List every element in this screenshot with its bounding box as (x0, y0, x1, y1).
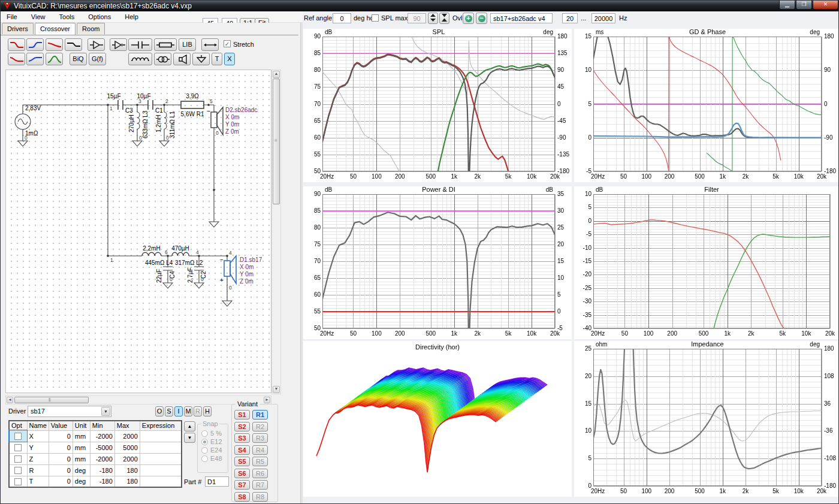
wire-button[interactable] (201, 38, 219, 51)
ground-button[interactable] (192, 53, 210, 65)
cell-value[interactable]: 0 (49, 442, 73, 453)
variant-recall-r8[interactable]: R8 (252, 492, 268, 502)
menu-tools[interactable]: Tools (53, 11, 81, 22)
spl-max-spinner[interactable] (428, 13, 438, 24)
menu-options[interactable]: Options (82, 11, 117, 22)
horizontal-scroll-thumb[interactable]: ⦀ (14, 397, 89, 403)
buffer-block-button[interactable] (87, 38, 105, 51)
mode-button-i[interactable]: I (174, 406, 183, 417)
cell-name[interactable]: R (27, 464, 49, 476)
table-row[interactable]: X0mm-20002000 (9, 430, 182, 442)
scroll-right-icon[interactable]: ► (264, 397, 270, 403)
vertical-scroll-thumb[interactable]: ≡ (273, 79, 280, 204)
variant-save-s4[interactable]: S4 (234, 445, 250, 455)
schematic-vertical-scrollbar[interactable]: ▲ ▼ ≡ (271, 70, 281, 394)
cell-max[interactable]: 2000 (114, 430, 140, 442)
library-button[interactable]: LIB (179, 38, 196, 51)
cell-min[interactable]: -2000 (90, 453, 114, 464)
opamp-block-button[interactable] (110, 38, 127, 51)
optimize-checkbox[interactable] (14, 444, 22, 451)
variant-save-s7[interactable]: S7 (234, 480, 250, 490)
cell-expression[interactable] (140, 476, 182, 487)
cell-unit[interactable]: mm (73, 430, 90, 442)
autoscale-button[interactable] (439, 13, 449, 24)
cell-unit[interactable]: mm (73, 442, 90, 453)
cell-expression[interactable] (140, 442, 182, 453)
bandpass-block-button[interactable] (46, 53, 63, 65)
cell-unit[interactable]: mm (73, 453, 90, 464)
part-number-input[interactable] (205, 476, 229, 487)
menu-file[interactable]: File (1, 11, 23, 22)
lowpass-block-button[interactable] (8, 38, 25, 51)
variant-save-s6[interactable]: S6 (234, 469, 250, 478)
cell-name[interactable]: X (27, 430, 49, 442)
variant-recall-r1[interactable]: R1 (252, 410, 268, 420)
optimize-checkbox[interactable] (14, 433, 22, 440)
cell-value[interactable]: 0 (49, 453, 73, 464)
delay-block-button[interactable] (65, 38, 82, 51)
table-row[interactable]: T0deg-180180 (9, 476, 182, 487)
gf-button[interactable]: G(f) (89, 53, 106, 65)
variant-name-input[interactable] (490, 13, 553, 23)
mode-button-r[interactable]: R (194, 406, 202, 417)
scroll-up-icon[interactable]: ▲ (273, 71, 280, 78)
capacitor-button[interactable] (128, 38, 152, 51)
remove-overlay-button[interactable]: − (476, 13, 487, 24)
snap-radio-E24[interactable] (201, 447, 208, 454)
variant-save-s1[interactable]: S1 (234, 410, 250, 420)
variant-recall-r3[interactable]: R3 (252, 433, 268, 443)
cell-max[interactable]: 180 (114, 464, 140, 476)
opt-cell[interactable] (9, 442, 27, 453)
optimize-checkbox[interactable] (14, 478, 22, 485)
scroll-left-icon[interactable]: ◄ (7, 397, 13, 403)
variant-recall-r7[interactable]: R7 (252, 480, 268, 490)
optimize-checkbox[interactable] (14, 455, 22, 463)
cell-min[interactable]: -2000 (90, 430, 114, 442)
variant-recall-r6[interactable]: R6 (252, 469, 268, 478)
text-tool-button[interactable]: T (212, 53, 222, 65)
close-button[interactable]: ✕ (813, 1, 838, 10)
cell-value[interactable]: 0 (49, 464, 73, 476)
freq-max-input[interactable] (591, 13, 615, 23)
add-overlay-button[interactable]: + (463, 13, 474, 24)
inductor-button[interactable] (128, 53, 152, 65)
freq-min-input[interactable] (562, 13, 578, 23)
cell-max[interactable]: 5000 (114, 442, 140, 453)
row-up-button[interactable]: ▲ (184, 421, 195, 431)
snap-radio-E12[interactable] (201, 439, 208, 445)
tab-drivers[interactable]: Drivers (2, 23, 34, 34)
menu-view[interactable]: View (25, 11, 52, 22)
cell-name[interactable]: T (27, 476, 49, 487)
optimize-checkbox[interactable] (14, 467, 22, 474)
scroll-down-icon[interactable]: ▼ (273, 386, 280, 393)
schematic-canvas[interactable]: 2,83V 1mΩ 15µF C3 10µF C1 270µH 633mΩ L3… (5, 70, 271, 393)
cell-min[interactable]: -180 (90, 464, 114, 476)
lowpass2-block-button[interactable] (46, 38, 63, 51)
opt-cell[interactable] (9, 476, 27, 487)
tab-room[interactable]: Room (77, 23, 105, 34)
variant-recall-r4[interactable]: R4 (252, 445, 268, 455)
variant-save-s3[interactable]: S3 (234, 433, 250, 443)
stretch-checkbox[interactable]: ✓ (224, 40, 231, 47)
opt-cell[interactable] (9, 430, 27, 442)
cell-min[interactable]: -180 (90, 476, 114, 487)
mode-button-h[interactable]: H (203, 406, 212, 417)
mode-button-o[interactable]: O (155, 406, 164, 417)
cell-value[interactable]: 0 (49, 476, 73, 487)
transformer-button[interactable] (154, 53, 171, 65)
driver-select[interactable]: sb17 ▼ (28, 406, 111, 417)
title-bar[interactable]: VituixCAD: R:\mesures enceintes\sb17+sb2… (1, 1, 839, 11)
mode-button-s[interactable]: S (165, 406, 173, 417)
cell-max[interactable]: 180 (114, 476, 140, 487)
variant-recall-r5[interactable]: R5 (252, 457, 268, 466)
variant-save-s5[interactable]: S5 (234, 457, 250, 466)
cell-value[interactable]: 0 (49, 430, 73, 442)
highpass-block-button[interactable] (26, 38, 44, 51)
row-down-button[interactable]: ▼ (184, 433, 195, 443)
snap-radio-E48[interactable] (201, 455, 208, 462)
restore-button[interactable]: ❐ (796, 1, 812, 10)
opt-cell[interactable] (9, 464, 27, 476)
table-row[interactable]: R0deg-180180 (9, 464, 182, 476)
table-row[interactable]: Y0mm-50005000 (9, 442, 182, 453)
biquad-button[interactable]: BiQ (70, 53, 87, 65)
